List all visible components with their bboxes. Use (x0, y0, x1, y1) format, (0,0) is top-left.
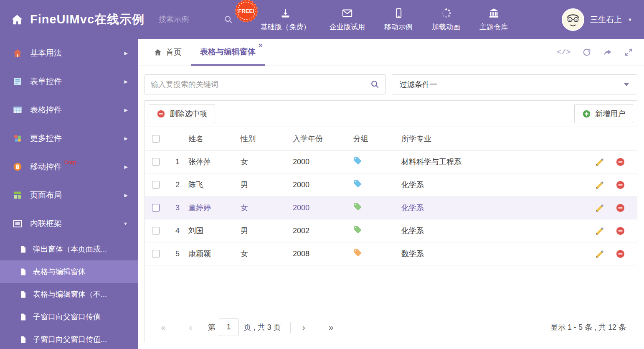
table-row[interactable]: 2 陈飞 男 2000 化学系 (145, 173, 637, 196)
sidebar-subitem[interactable]: 弹出窗体（本页面或... (0, 238, 138, 260)
nav-item-loading-animation[interactable]: 加载动画 (432, 8, 460, 32)
cell-name: 陈飞 (188, 180, 241, 190)
filter-dropdown-value: 过滤条件一 (400, 79, 437, 89)
row-checkbox[interactable] (152, 204, 160, 211)
header-search-input[interactable] (159, 15, 221, 24)
next-page-button[interactable]: › (298, 322, 309, 332)
sidebar: 基本用法 ▶ 表单控件 ▶ 表格控件 ▶ 更多控件 ▶ (0, 39, 138, 349)
major-link[interactable]: 化学系 (401, 181, 424, 189)
first-page-button[interactable]: « (157, 322, 170, 332)
delete-row-icon[interactable] (616, 180, 625, 190)
major-link[interactable]: 化学系 (401, 227, 424, 235)
sidebar-item-more-controls[interactable]: 更多控件 ▶ (0, 124, 138, 153)
mobile-controls-icon (13, 162, 23, 172)
edit-icon[interactable] (595, 226, 605, 236)
delete-row-icon[interactable] (616, 203, 625, 213)
select-all-checkbox[interactable] (152, 135, 160, 143)
tab-home[interactable]: 首页 (145, 39, 191, 66)
user-menu[interactable]: 三生石上 ▼ (562, 8, 632, 31)
grid-search-box (145, 74, 386, 94)
row-checkbox[interactable] (152, 227, 160, 234)
row-index: 2 (167, 181, 188, 189)
nav-label: 移动示例 (384, 22, 413, 32)
column-name[interactable]: 姓名 (188, 134, 241, 144)
sidebar-subitem-label: 弹出窗体（本页面或... (33, 244, 107, 254)
grid-search-input[interactable] (151, 80, 370, 89)
delete-row-icon[interactable] (616, 157, 625, 167)
free-badge: FREE! (235, 0, 258, 23)
delete-selected-button[interactable]: 删除选中项 (149, 104, 215, 123)
nav-item-enterprise-trial[interactable]: 企业版试用 (330, 8, 365, 32)
row-checkbox[interactable] (152, 158, 160, 166)
chevron-down-icon (624, 83, 629, 86)
row-index: 4 (167, 227, 188, 235)
filter-dropdown[interactable]: 过滤条件一 (392, 74, 637, 94)
cell-year: 2002 (293, 227, 353, 235)
layout-icon (13, 190, 23, 200)
sidebar-subitem[interactable]: 表格与编辑窗体 (0, 260, 138, 283)
file-icon (19, 313, 27, 321)
search-icon[interactable] (370, 80, 380, 89)
forward-icon[interactable] (603, 48, 612, 57)
column-year[interactable]: 入学年份 (293, 134, 353, 144)
major-link[interactable]: 化学系 (401, 204, 424, 212)
cell-year: 2008 (293, 250, 353, 258)
column-gender[interactable]: 性别 (241, 134, 293, 144)
chevron-down-icon: ▼ (123, 221, 128, 226)
file-icon (19, 245, 27, 253)
table-row[interactable]: 4 刘国 男 2002 化学系 (145, 219, 637, 242)
sidebar-subitem[interactable]: 子窗口向父窗口传值... (0, 328, 138, 349)
nav-item-basic-edition[interactable]: FREE! 基础版（免费） (261, 8, 310, 32)
delete-row-icon[interactable] (616, 249, 625, 259)
table-row[interactable]: 5 康颖颖 女 2008 数学系 (145, 242, 637, 265)
tab-toolbar: </> (557, 39, 644, 66)
code-icon[interactable]: </> (557, 48, 570, 56)
sidebar-item-grid-controls[interactable]: 表格控件 ▶ (0, 96, 138, 124)
tab-label: 首页 (166, 47, 182, 58)
edit-icon[interactable] (595, 157, 605, 167)
nav-item-theme-repository[interactable]: 主题仓库 (479, 8, 508, 32)
table-row[interactable]: 1 张萍萍 女 2000 材料科学与工程系 (145, 150, 637, 173)
home-logo-icon[interactable] (11, 13, 23, 26)
download-icon (280, 8, 291, 19)
sidebar-item-basic-usage[interactable]: 基本用法 ▶ (0, 39, 138, 67)
sidebar-item-form-controls[interactable]: 表单控件 ▶ (0, 67, 138, 96)
refresh-icon[interactable] (582, 48, 591, 57)
nav-label: 加载动画 (432, 22, 460, 32)
prev-page-button[interactable]: ‹ (185, 322, 196, 332)
row-checkbox[interactable] (152, 250, 160, 257)
major-link[interactable]: 材料科学与工程系 (401, 158, 461, 166)
delete-row-icon[interactable] (616, 226, 625, 236)
major-link[interactable]: 数学系 (401, 250, 424, 258)
cell-name: 董婷婷 (188, 203, 241, 213)
row-checkbox[interactable] (152, 181, 160, 189)
sidebar-submenu: 弹出窗体（本页面或... 表格与编辑窗体 表格与编辑窗体（不... (0, 238, 138, 349)
column-group[interactable]: 分组 (353, 134, 401, 144)
sidebar-subitem[interactable]: 表格与编辑窗体（不... (0, 283, 138, 306)
add-user-button[interactable]: 新增用户 (574, 104, 633, 123)
chevron-right-icon: ▶ (124, 51, 128, 56)
cell-year: 2000 (293, 204, 353, 212)
nav-item-mobile-demo[interactable]: 移动示例 (384, 8, 413, 32)
edit-icon[interactable] (595, 249, 605, 259)
sidebar-item-label: 表格控件 (30, 104, 62, 115)
sidebar-item-page-layout[interactable]: 页面布局 ▶ (0, 181, 138, 209)
cell-gender: 女 (241, 249, 293, 259)
sidebar-item-mobile-controls[interactable]: 移动控件 Corp. ▶ (0, 153, 138, 181)
page-number-input[interactable] (219, 318, 239, 336)
edit-icon[interactable] (595, 180, 605, 190)
close-icon[interactable]: ✕ (258, 42, 263, 48)
header-nav: FREE! 基础版（免费） 企业版试用 移动示例 (261, 8, 508, 32)
table-row[interactable]: 3 董婷婷 女 2000 化学系 (145, 196, 637, 219)
sidebar-subitem[interactable]: 子窗口向父窗口传值 (0, 306, 138, 328)
corp-badge: Corp. (64, 159, 78, 166)
fullscreen-icon[interactable] (624, 48, 633, 57)
tab-grid-edit-window[interactable]: 表格与编辑窗体 ✕ (191, 39, 265, 66)
search-icon[interactable] (224, 15, 233, 24)
bank-icon (488, 8, 499, 19)
sidebar-item-iframe[interactable]: 内联框架 ▼ (0, 209, 138, 238)
column-major[interactable]: 所学专业 (401, 134, 587, 144)
last-page-button[interactable]: » (325, 322, 338, 332)
spinner-icon (441, 8, 452, 19)
edit-icon[interactable] (595, 203, 605, 213)
